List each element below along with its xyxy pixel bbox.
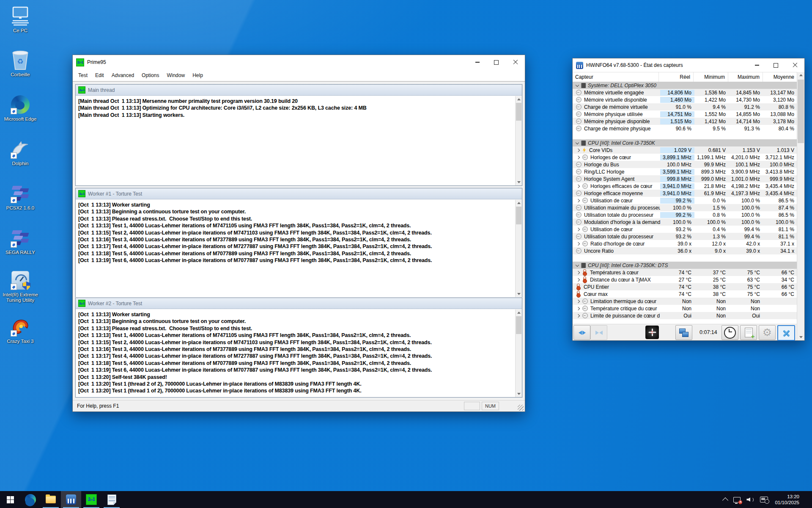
child-titlebar[interactable]: 2p-1 Worker #2 - Torture Test (76, 298, 522, 309)
scrollbar-thumb[interactable] (516, 207, 521, 224)
volume-icon[interactable] (746, 497, 754, 502)
fan-icon-button[interactable] (645, 326, 659, 339)
scroll-up-icon[interactable] (516, 309, 522, 316)
scroll-down-icon[interactable] (516, 391, 522, 397)
sensor-row-horloges-de-c-ur[interactable]: Horloges de cœur3,899.1 MHz1,199.1 MHz4,… (573, 154, 797, 161)
sensor-row-core-vids[interactable]: Core VIDs1.029 V0.681 V1.153 V1.013 V (573, 146, 797, 154)
taskbar-item-edge[interactable] (20, 491, 41, 508)
scroll-up-icon[interactable] (797, 72, 804, 78)
sensor-row-horloges-efficaces-de-c-ur[interactable]: Horloges efficaces de cœur3,941.0 MHz21.… (573, 182, 797, 190)
sensor-row-utilisation-totale-du-processeur[interactable]: Utilisation totale du processeur93.2 %1.… (573, 233, 797, 240)
sensor-row-charge-de-m-moire-physique[interactable]: Charge de mémoire physique90.6 %9.5 %91.… (573, 125, 797, 132)
chevron-down-icon[interactable] (576, 83, 579, 86)
sensor-row-horloge-du-bus[interactable]: Horloge du Bus100.0 MHz99.9 MHz100.1 MHz… (573, 161, 797, 168)
sensor-row-horloge-efficace-moyenne[interactable]: Horloge efficace moyenne3,941.0 MHz61.9 … (573, 190, 797, 197)
sensor-row-cpu-entier[interactable]: CPU Entier74 °C38 °C75 °C66 °C (573, 283, 797, 290)
tray-chevron-up-icon[interactable] (722, 497, 728, 503)
sensor-row-m-moire-virtuelle-engag-e[interactable]: Mémoire virtuelle engagée14,806 Mo1,536 … (573, 89, 797, 96)
sensor-row-ratio-d-horloge-de-c-ur[interactable]: Ratio d'horloge de cœur39.0 x12.0 x42.0 … (573, 240, 797, 247)
prime95-titlebar[interactable]: 2p-1 Prime95 (73, 55, 525, 69)
sensor-row-distance-du-c-ur-tjmax[interactable]: Distance du cœur à TjMAX27 °C25 °C63 °C3… (573, 276, 797, 283)
desktop-icon-dolphin[interactable]: Dolphin (0, 139, 41, 166)
sensor-group-cpu-0-intel-core-i3-7350k-dts[interactable]: CPU [#0]: Intel Core i3-7350K: DTS (573, 262, 797, 269)
sensor-row-utilisation-totale-du-processeur[interactable]: Utilisation totale du processeur99.2 %0.… (573, 211, 797, 218)
desktop-icon-intel-r-extreme-tuning-utility[interactable]: Intel(R) Extreme Tuning Utility (0, 270, 41, 303)
chevron-right-icon[interactable] (576, 306, 580, 310)
chevron-right-icon[interactable] (576, 278, 580, 281)
scroll-up-icon[interactable] (516, 200, 522, 206)
sensor-row-uncore-ratio[interactable]: Uncore Ratio36.0 x9.0 x39.0 x34.1 x (573, 247, 797, 254)
menu-help[interactable]: Help (189, 71, 207, 80)
chevron-right-icon[interactable] (576, 199, 580, 202)
taskbar-item-file-explorer[interactable] (41, 491, 61, 508)
hwinfo-titlebar[interactable]: HWiNFO64 v7.68-5300 - État des capteurs (573, 58, 804, 72)
sensor-row-utilisation-maximale-du-processeu[interactable]: Utilisation maximale du processeu…100.0 … (573, 204, 797, 211)
sensor-row-ring-llc-horloge[interactable]: Ring/LLC Horloge3,599.1 MHz899.3 MHz3,90… (573, 168, 797, 175)
column-header-minimum[interactable]: Minimum (693, 72, 728, 82)
menu-options[interactable]: Options (138, 71, 163, 80)
taskbar-clock[interactable]: 13:20 01/10/2025 (775, 494, 799, 505)
sensor-row-c-ur-max[interactable]: Cœur max74 °C38 °C75 °C66 °C (573, 290, 797, 298)
resize-grip[interactable] (518, 405, 524, 411)
close-sensors-button[interactable] (777, 325, 795, 341)
sensor-row-utilisation-de-c-ur[interactable]: Utilisation de cœur93.2 %0.4 %99.4 %81.1… (573, 226, 797, 233)
chevron-right-icon[interactable] (576, 227, 580, 231)
maximize-button[interactable] (487, 55, 506, 69)
column-header-maximum[interactable]: Maximum (728, 72, 763, 82)
chevron-right-icon[interactable] (576, 242, 580, 245)
column-header-moyenne[interactable]: Moyenne (763, 72, 797, 82)
taskbar-item-hwinfo[interactable] (61, 491, 81, 508)
start-button[interactable] (0, 491, 20, 508)
settings-button[interactable]: ⚙ (759, 325, 776, 340)
minimize-button[interactable] (747, 58, 766, 72)
chevron-right-icon[interactable] (576, 314, 580, 317)
sensor-row-horloge-system-agent[interactable]: Horloge System Agent999.8 MHz999.0 MHz1,… (573, 175, 797, 182)
nav-arrows-button[interactable] (573, 325, 590, 340)
scroll-down-icon[interactable] (516, 179, 522, 185)
clock-button[interactable] (721, 325, 738, 340)
sensor-row-temp-ratures-c-ur[interactable]: Températures à cœur74 °C37 °C75 °C66 °C (573, 269, 797, 276)
sensor-row-m-moire-physique-disponible[interactable]: Mémoire physique disponible1,515 Mo1,412… (573, 118, 797, 125)
network-status-icon[interactable] (733, 497, 741, 502)
taskbar-item-prime95[interactable]: 2p-1 (81, 491, 102, 508)
sensor-row-temp-rature-critique-du-c-ur[interactable]: Température critique du cœurNonNonNon (573, 305, 797, 312)
menu-window[interactable]: Window (163, 71, 189, 80)
close-button[interactable] (506, 55, 525, 69)
vertical-scrollbar[interactable] (797, 72, 804, 340)
chevron-right-icon[interactable] (576, 299, 580, 303)
column-header-capteur[interactable]: Capteur (573, 74, 658, 80)
desktop-icon-microsoft-edge[interactable]: Microsoft Edge (0, 94, 41, 122)
vertical-scrollbar[interactable] (515, 96, 522, 185)
chevron-right-icon[interactable] (576, 184, 580, 188)
taskbar-item-notepad[interactable] (102, 491, 122, 508)
sensor-row-modulation-d-horloge-la-demande[interactable]: Modulation d'horloge à la demande100.0 %… (573, 218, 797, 226)
sensor-row-utilisation-de-c-ur[interactable]: Utilisation de cœur99.2 %0.0 %100.0 %86.… (573, 197, 797, 204)
sensor-group-syst-me-dell-optiplex-3050[interactable]: Système: DELL OptiPlex 3050 (573, 82, 797, 89)
child-titlebar[interactable]: 2p-1 Main thread (76, 85, 522, 96)
network-sensors-button[interactable] (675, 325, 692, 340)
maximize-button[interactable] (766, 58, 785, 72)
scrollbar-thumb[interactable] (516, 103, 521, 121)
desktop-icon-corbeille[interactable]: ♻Corbeille (0, 50, 41, 77)
sensor-row-charge-de-m-moire-virtuelle[interactable]: Charge de mémoire virtuelle91.0 %9.4 %91… (573, 103, 797, 110)
sensor-row-limite-de-puissance-de-c-ur-d[interactable]: Limite de puissance de cœur d…OuiNonOui (573, 312, 797, 319)
vertical-scrollbar[interactable] (515, 200, 522, 297)
desktop-icon-crazy-taxi-3[interactable]: Crazy Taxi 3 (0, 317, 41, 344)
chevron-right-icon[interactable] (576, 271, 580, 274)
sensor-row-limitation-thermique-du-c-ur[interactable]: Limitation thermique du cœurNonNonNon (573, 298, 797, 305)
child-window-worker-1[interactable]: 2p-1 Worker #1 - Torture Test [Oct 1 13:… (75, 188, 522, 298)
action-center-icon[interactable] (760, 497, 768, 502)
menu-test[interactable]: Test (74, 71, 91, 80)
sensor-row-m-moire-physique-utilis-e[interactable]: Mémoire physique utilisée14,751 Mo1,552 … (573, 110, 797, 118)
child-window-main-thread[interactable]: 2p-1 Main thread [Main thread Oct 1 13:1… (75, 84, 522, 186)
scrollbar-thumb[interactable] (798, 80, 804, 143)
child-window-worker-2[interactable]: 2p-1 Worker #2 - Torture Test [Oct 1 13:… (75, 298, 522, 398)
collapse-arrows-button[interactable] (590, 325, 607, 340)
vertical-scrollbar[interactable] (515, 309, 522, 397)
sensor-row-m-moire-virtuelle-disponible[interactable]: Mémoire virtuelle disponible1,460 Mo1,42… (573, 96, 797, 103)
sensor-group-cpu-0-intel-core-i3-7350k[interactable]: CPU [#0]: Intel Core i3-7350K (573, 139, 797, 146)
close-button[interactable] (785, 58, 804, 72)
scrollbar-thumb[interactable] (516, 316, 521, 334)
desktop-icon-pcsx2-1-6-0[interactable]: PCSX2 1.6.0 (0, 183, 41, 211)
scroll-down-icon[interactable] (516, 291, 522, 297)
